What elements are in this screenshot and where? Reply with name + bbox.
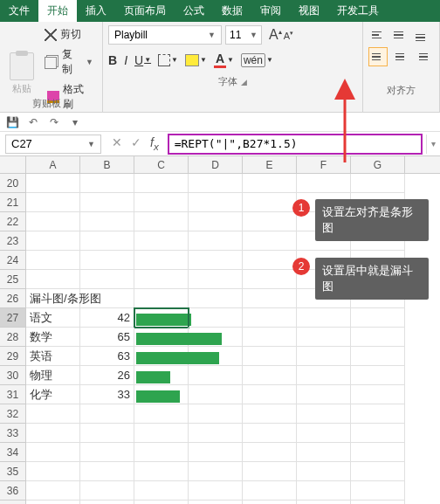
cell[interactable] <box>189 347 243 366</box>
cell[interactable] <box>189 443 243 462</box>
cell[interactable] <box>297 424 351 443</box>
clipboard-launcher[interactable]: ◢ <box>65 100 71 108</box>
cell[interactable] <box>189 174 243 193</box>
cell[interactable] <box>297 443 351 462</box>
increase-font-button[interactable]: A▴ <box>269 27 282 43</box>
cell[interactable] <box>297 347 351 366</box>
cell[interactable] <box>351 174 405 193</box>
cell[interactable] <box>134 366 189 385</box>
cell[interactable]: 化学 <box>26 385 80 404</box>
italic-button[interactable]: I <box>124 53 127 67</box>
copy-button[interactable]: 复制▼ <box>41 45 97 79</box>
cell[interactable] <box>351 308 405 328</box>
cell[interactable]: 语文 <box>26 308 80 328</box>
qat-redo-button[interactable]: ↷ <box>47 115 61 129</box>
cell[interactable] <box>26 231 80 251</box>
tab-home[interactable]: 开始 <box>38 0 77 22</box>
cell[interactable] <box>297 366 351 385</box>
qat-more-button[interactable]: ▾ <box>68 115 82 129</box>
cell[interactable] <box>189 231 243 251</box>
cell[interactable] <box>351 424 405 443</box>
formula-cancel-button[interactable]: ✕ <box>112 135 122 152</box>
row-header[interactable]: 31 <box>0 385 26 404</box>
cell[interactable] <box>297 385 351 404</box>
row-header[interactable]: 20 <box>0 174 26 193</box>
cell[interactable] <box>351 501 405 504</box>
cell[interactable] <box>134 385 189 404</box>
cell[interactable] <box>189 462 243 481</box>
decrease-font-button[interactable]: A▾ <box>284 30 293 41</box>
tab-file[interactable]: 文件 <box>0 0 38 22</box>
cell[interactable] <box>189 308 243 328</box>
cell[interactable] <box>297 462 351 481</box>
col-header[interactable]: C <box>134 156 189 173</box>
cell[interactable] <box>297 328 351 347</box>
cell[interactable] <box>26 481 80 501</box>
cell[interactable] <box>26 501 80 504</box>
cell[interactable] <box>80 443 134 462</box>
row-header[interactable]: 34 <box>0 443 26 462</box>
paste-button[interactable]: 粘贴 <box>5 25 38 95</box>
cell[interactable] <box>26 193 80 212</box>
cell[interactable]: 63 <box>80 347 134 366</box>
cell[interactable] <box>26 462 80 481</box>
tab-page-layout[interactable]: 页面布局 <box>115 0 175 22</box>
cell[interactable] <box>80 289 134 308</box>
cell[interactable] <box>189 328 243 347</box>
cell[interactable] <box>243 481 297 501</box>
font-size-select[interactable]: 11▼ <box>225 25 262 45</box>
cell[interactable] <box>189 289 243 308</box>
cell[interactable] <box>351 347 405 366</box>
row-header[interactable]: 29 <box>0 347 26 366</box>
cell[interactable] <box>134 501 189 504</box>
cell[interactable] <box>134 289 189 308</box>
cell[interactable] <box>134 270 189 289</box>
col-header[interactable]: G <box>351 156 405 173</box>
cell[interactable] <box>134 462 189 481</box>
cell[interactable] <box>134 174 189 193</box>
row-header[interactable]: 27 <box>0 308 26 328</box>
cell[interactable] <box>26 212 80 231</box>
cell[interactable] <box>134 443 189 462</box>
underline-button[interactable]: U▼ <box>134 53 151 67</box>
cell[interactable] <box>297 404 351 424</box>
align-bottom-button[interactable] <box>412 25 431 45</box>
row-header[interactable]: 33 <box>0 424 26 443</box>
row-header[interactable]: 32 <box>0 404 26 424</box>
cell[interactable] <box>297 174 351 193</box>
cell[interactable]: 65 <box>80 328 134 347</box>
cell[interactable] <box>134 481 189 501</box>
row-header[interactable]: 21 <box>0 193 26 212</box>
cell[interactable] <box>243 328 297 347</box>
formula-input[interactable] <box>169 135 421 152</box>
row-header[interactable]: 28 <box>0 328 26 347</box>
tab-review[interactable]: 审阅 <box>251 0 290 22</box>
cell[interactable] <box>351 404 405 424</box>
cell[interactable] <box>189 501 243 504</box>
cell[interactable] <box>243 251 297 270</box>
cell[interactable] <box>80 270 134 289</box>
cell[interactable] <box>189 251 243 270</box>
cell[interactable] <box>134 308 189 328</box>
cell[interactable] <box>26 404 80 424</box>
row-header[interactable]: 36 <box>0 481 26 501</box>
cell[interactable] <box>243 193 297 212</box>
cell[interactable] <box>243 385 297 404</box>
cell[interactable] <box>189 270 243 289</box>
row-header[interactable]: 26 <box>0 289 26 308</box>
tab-data[interactable]: 数据 <box>213 0 251 22</box>
cell[interactable] <box>134 193 189 212</box>
cell[interactable]: 英语 <box>26 347 80 366</box>
cell[interactable] <box>297 501 351 504</box>
select-all-corner[interactable] <box>0 156 26 173</box>
cell[interactable] <box>351 481 405 501</box>
cell[interactable] <box>351 385 405 404</box>
qat-save-button[interactable]: 💾 <box>5 115 19 129</box>
cell[interactable] <box>80 212 134 231</box>
border-button[interactable]: ▼ <box>158 54 178 66</box>
cell[interactable]: 26 <box>80 366 134 385</box>
name-box[interactable]: C27▼ <box>5 135 101 154</box>
cell[interactable] <box>243 501 297 504</box>
cell[interactable] <box>80 404 134 424</box>
cell[interactable] <box>297 308 351 328</box>
